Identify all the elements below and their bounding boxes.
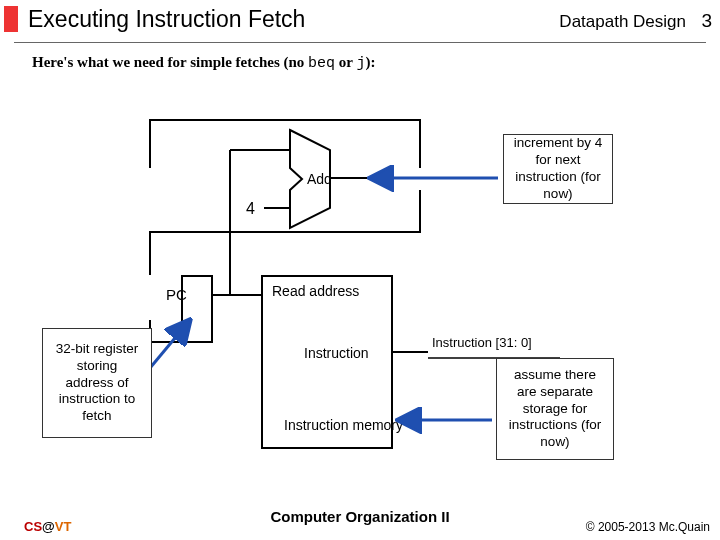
callout-increment: increment by 4 for next instruction (for… (503, 134, 613, 204)
intro-suffix: ): (366, 54, 376, 70)
footer-at: @ (42, 519, 55, 534)
intro-code-j: j (356, 55, 365, 72)
footer-right: © 2005-2013 Mc.Quain (586, 520, 710, 534)
four-label: 4 (246, 200, 255, 217)
pc-label: PC (166, 286, 187, 303)
instruction-bus-label: Instruction [31: 0] (432, 335, 532, 350)
intro-prefix: Here's what we need for simple fetches (… (32, 54, 308, 70)
slide-subtitle: Datapath Design (559, 12, 686, 32)
footer-left: CS@VT (24, 519, 71, 534)
svg-rect-3 (182, 276, 212, 342)
slide-title: Executing Instruction Fetch (28, 6, 305, 33)
intro-mid: or (335, 54, 356, 70)
callout-pc-register: 32-bit register storing address of instr… (42, 328, 152, 438)
footer-vt: VT (55, 519, 72, 534)
instruction-memory-label: Instruction memory (284, 417, 403, 433)
footer: Computer Organization II CS@VT © 2005-20… (0, 508, 720, 534)
add-label: Add (307, 171, 332, 187)
svg-rect-6 (262, 276, 392, 448)
instruction-label: Instruction (304, 345, 369, 361)
intro-code-beq: beq (308, 55, 335, 72)
callout-instruction-memory: assume there are separate storage for in… (496, 358, 614, 460)
intro-text: Here's what we need for simple fetches (… (32, 54, 376, 72)
footer-cs: CS (24, 519, 42, 534)
page-number: 3 (701, 10, 712, 32)
accent-bar (4, 6, 18, 32)
header-rule (14, 42, 706, 43)
read-address-label: Read address (272, 283, 359, 299)
